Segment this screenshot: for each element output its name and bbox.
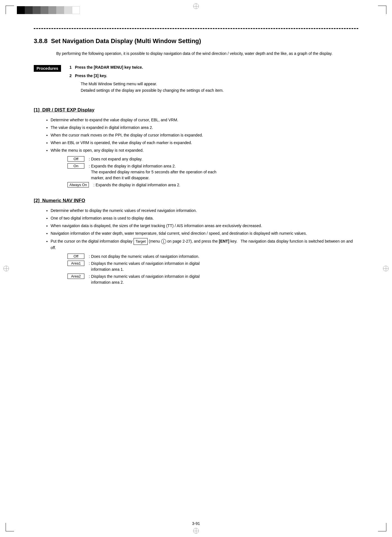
main-content: 3.8.8 Set Navigation Data Display (Multi… bbox=[0, 0, 392, 305]
procedures-steps: 1 Press the [RADAR MENU] key twice. 2 Pr… bbox=[69, 65, 358, 97]
subsection2-bullets: Determine whether to display the numeric… bbox=[51, 208, 358, 251]
option-row-area2: Area2 : Displays the numeric values of n… bbox=[67, 274, 358, 285]
corner-mark-tr bbox=[378, 6, 386, 14]
circle-num-1: 1 bbox=[161, 239, 166, 244]
reg-mark-left bbox=[3, 266, 9, 271]
color-block-5 bbox=[48, 6, 56, 14]
target-box: Target bbox=[134, 238, 148, 245]
option-row-always-on: Always On : Expands the display in digit… bbox=[67, 182, 358, 188]
option-row-on: On : Expands the display in digital info… bbox=[67, 163, 358, 181]
subsection1-title: DIR / DIST EXP Display bbox=[42, 107, 94, 113]
subsection1-label: [1] bbox=[34, 107, 42, 113]
option-on-desc: : Expands the display in digital informa… bbox=[89, 163, 216, 181]
subsection2-title: Numeric NAV INFO bbox=[42, 198, 85, 203]
option-row-off: Off : Does not expand any display. bbox=[67, 156, 358, 162]
subsection1-bullets: Determine whether to expand the value di… bbox=[51, 117, 358, 153]
color-block-2 bbox=[25, 6, 33, 14]
page-number: 3-91 bbox=[192, 521, 200, 526]
subsection2-label: [2] bbox=[34, 198, 42, 203]
section-heading: 3.8.8 Set Navigation Data Display (Multi… bbox=[34, 37, 358, 45]
option-always-on-box: Always On bbox=[67, 182, 89, 187]
option-row-area1: Area1 : Displays the numeric values of n… bbox=[67, 261, 358, 272]
reg-mark-top bbox=[193, 3, 199, 9]
bullet-item: Put the cursor on the digital informatio… bbox=[51, 238, 358, 251]
color-block-1 bbox=[17, 6, 25, 14]
reg-mark-right bbox=[383, 266, 389, 271]
subsection1-options: Off : Does not expand any display. On : … bbox=[67, 156, 358, 188]
bullet-item: Determine whether to expand the value di… bbox=[51, 117, 358, 123]
step-2-label: 2 Press the [3] key. bbox=[69, 73, 107, 78]
step-2-detail-line1: The Multi Window Setting menu will appea… bbox=[81, 81, 358, 87]
option-area2-box: Area2 bbox=[67, 274, 84, 279]
color-bar bbox=[17, 6, 80, 14]
color-block-7 bbox=[64, 6, 72, 14]
option-off-box: Off bbox=[67, 156, 84, 162]
step-2-detail: The Multi Window Setting menu will appea… bbox=[81, 81, 358, 93]
step-1-label: 1 Press the [RADAR MENU] key twice. bbox=[69, 65, 143, 70]
intro-text: By performing the following operation, i… bbox=[56, 50, 358, 57]
step-1: 1 Press the [RADAR MENU] key twice. bbox=[69, 65, 358, 70]
color-block-3 bbox=[33, 6, 40, 14]
option-off2-box: Off bbox=[67, 254, 84, 259]
subsection2-heading: [2] Numeric NAV INFO bbox=[34, 198, 358, 203]
subsection1-heading: [1] DIR / DIST EXP Display bbox=[34, 107, 358, 113]
step-2: 2 Press the [3] key. The Multi Window Se… bbox=[69, 73, 358, 93]
option-always-on-desc: : Expands the display in digital informa… bbox=[93, 182, 180, 188]
page-container: 3.8.8 Set Navigation Data Display (Multi… bbox=[0, 0, 392, 537]
option-on-box: On bbox=[67, 163, 84, 169]
option-off2-desc: : Does not display the numeric values of… bbox=[89, 254, 199, 259]
reg-mark-bottom bbox=[193, 528, 199, 534]
option-area1-desc: : Displays the numeric values of navigat… bbox=[89, 261, 200, 272]
section-title: Set Navigation Data Display (Multi Windo… bbox=[51, 37, 201, 44]
procedures-row: Procedures 1 Press the [RADAR MENU] key … bbox=[34, 65, 358, 97]
subsection2-options: Off : Does not display the numeric value… bbox=[67, 254, 358, 285]
corner-mark-bl bbox=[6, 523, 14, 531]
option-area2-desc: : Displays the numeric values of navigat… bbox=[89, 274, 200, 285]
bullet-item: While the menu is open, any display is n… bbox=[51, 147, 358, 153]
color-block-8 bbox=[72, 6, 80, 14]
color-block-6 bbox=[56, 6, 64, 14]
section-number: 3.8.8 bbox=[34, 37, 48, 44]
option-off-desc: : Does not expand any display. bbox=[89, 156, 142, 162]
bullet-item: Determine whether to display the numeric… bbox=[51, 208, 358, 214]
section-divider bbox=[34, 28, 358, 29]
option-area1-box: Area1 bbox=[67, 261, 84, 266]
procedures-badge: Procedures bbox=[34, 65, 61, 72]
corner-mark-tl bbox=[6, 6, 14, 14]
bullet-item: When navigation data is displayed, the s… bbox=[51, 223, 358, 229]
bullet-item: The value display is expanded in digital… bbox=[51, 125, 358, 131]
bullet-item: One of two digital information areas is … bbox=[51, 215, 358, 221]
option-row-off2: Off : Does not display the numeric value… bbox=[67, 254, 358, 259]
step-2-detail-line2: Detailed settings of the display are pos… bbox=[81, 87, 358, 93]
bullet-item: Navigation information of the water dept… bbox=[51, 231, 358, 236]
bullet-item: When an EBL or VRM is operated, the valu… bbox=[51, 140, 358, 146]
corner-mark-br bbox=[378, 523, 386, 531]
color-block-4 bbox=[40, 6, 48, 14]
bullet-item: When the cursor mark moves on the PPI, t… bbox=[51, 132, 358, 138]
